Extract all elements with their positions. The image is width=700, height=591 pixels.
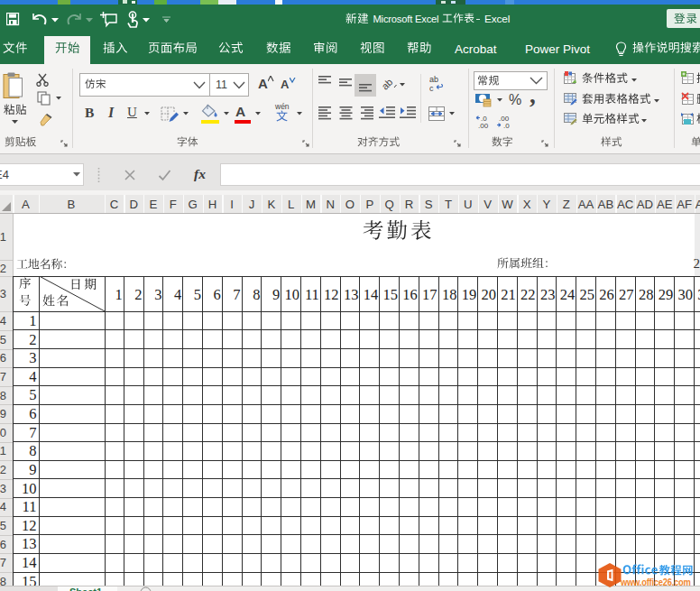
svg-text:.00: .00 (478, 122, 489, 128)
svg-text:.0: .0 (503, 122, 510, 128)
svg-text:ab: ab (429, 75, 438, 84)
svg-text:c: c (429, 84, 434, 92)
svg-text:ab: ab (382, 77, 395, 91)
